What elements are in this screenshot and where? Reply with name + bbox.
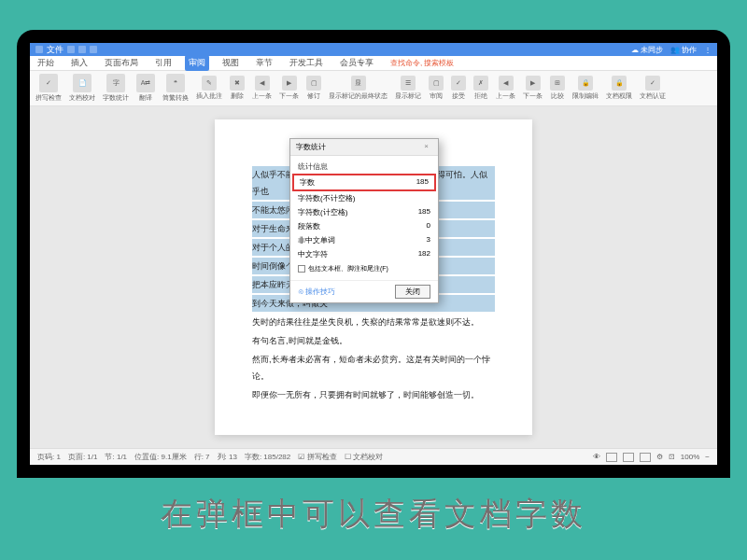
status-page-of[interactable]: 页面: 1/1 [68,452,98,462]
eye-icon[interactable]: 👁 [593,453,600,461]
tool-上一条[interactable]: ◀上一条 [252,76,272,101]
word-count-dialog: 字数统计 × 统计信息 字数185字符数(不计空格)字符数(计空格)185段落数… [289,138,439,303]
tool-label: 显示标记的最终状态 [329,91,388,101]
tool-icon: ▢ [429,76,444,91]
command-search[interactable]: 查找命令, 搜索模板 [390,58,454,68]
stat-row: 中文字符182 [290,247,438,261]
ribbon-toolbar: ✓拼写检查📄文档校对字字数统计A⇄翻译❝简繁转换✎插入批注✖删除◀上一条▶下一条… [30,71,717,106]
tool-限制编辑[interactable]: 🔒限制编辑 [572,76,599,101]
tool-label: 插入批注 [196,91,222,101]
text-line[interactable]: 有句名言,时间就是金钱。 [252,332,495,349]
tool-显示标记的最终状态[interactable]: 显显示标记的最终状态 [329,76,388,101]
tab-start[interactable]: 开始 [34,55,58,71]
save-icon[interactable] [67,46,75,53]
tool-翻译[interactable]: A⇄翻译 [136,74,155,103]
tool-label: 限制编辑 [572,91,599,101]
titlebar: 文件 ☁ 未同步 👥 协作 ⋮ [30,43,717,56]
stat-row: 字数185 [292,174,436,191]
tool-简繁转换[interactable]: ❝简繁转换 [162,74,189,103]
stat-label: 段落数 [298,221,320,231]
tool-label: 字数统计 [103,93,129,103]
tool-比较[interactable]: ⊞比较 [550,76,565,101]
tool-icon: ◀ [499,76,514,91]
tool-icon: 🔒 [578,76,593,91]
stat-value: 182 [418,249,430,259]
tool-删除[interactable]: ✖删除 [230,76,245,101]
tab-view[interactable]: 视图 [218,55,243,71]
stat-label: 字符数(不计空格) [298,193,355,203]
tool-上一条[interactable]: ◀上一条 [496,76,515,101]
tips-link[interactable]: ⊙ 操作技巧 [298,287,335,297]
tool-icon: ❝ [166,74,185,92]
text-line[interactable]: 失时的结果往往是坐失良机，失察的结果常常是欲速则不达。 [252,314,495,330]
tool-文档权限[interactable]: 🔒文档权限 [606,76,632,101]
view-mode-2-icon[interactable] [623,453,634,462]
tool-icon: ☰ [401,76,416,91]
tool-下一条[interactable]: ▶下一条 [279,76,299,101]
sync-status[interactable]: ☁ 未同步 [631,45,663,55]
redo-icon[interactable] [90,46,97,53]
checkbox-icon[interactable] [298,265,305,273]
tool-icon: ✎ [202,76,217,91]
status-words[interactable]: 字数: 185/282 [245,452,290,462]
tool-icon: A⇄ [136,74,155,92]
status-col[interactable]: 列: 13 [218,452,237,462]
tool-label: 文档认证 [640,91,666,101]
tool-接受[interactable]: ✓接受 [451,76,466,101]
view-mode-1-icon[interactable] [606,453,617,462]
tool-插入批注[interactable]: ✎插入批注 [196,76,222,101]
tab-insert[interactable]: 插入 [67,55,92,71]
share-icon[interactable]: ⋮ [704,46,712,54]
status-position[interactable]: 位置值: 9.1厘米 [134,452,187,462]
tab-layout[interactable]: 页面布局 [101,55,142,71]
zoom-out-icon[interactable]: − [705,453,710,461]
document-page[interactable]: 人似乎不能太忙碌，太忙碌了，便会觉得时光短暂得可怕。人似乎也不能太悠闲，太悠闲 … [215,119,532,435]
tool-label: 审阅 [430,91,443,101]
tool-审阅[interactable]: ▢审阅 [429,76,444,101]
close-icon[interactable]: × [420,142,432,152]
text-line[interactable]: 即便你一无所有，只要拥有时间就够了，时间能够创造一切。 [252,386,495,403]
undo-icon[interactable] [78,46,86,53]
file-menu[interactable]: 文件 [47,44,63,56]
collab-button[interactable]: 👥 协作 [670,45,697,55]
text-line[interactable]: 然而,长寿者未必富有，短命者未必贫穷。这是有关时间的一个悖论。 [252,351,495,385]
tab-reference[interactable]: 引用 [151,55,176,71]
zoom-level[interactable]: 100% [681,453,699,461]
include-checkbox-row[interactable]: 包括文本框、脚注和尾注(F) [290,261,438,276]
tool-字数统计[interactable]: 字字数统计 [103,74,129,103]
app-icon [35,46,43,53]
monitor-frame: 文件 ☁ 未同步 👥 协作 ⋮ 开始 插入 页面布局 引用 审阅 视图 章节 开… [17,30,730,478]
tool-icon: ▢ [306,76,321,91]
tool-label: 接受 [452,91,465,101]
view-mode-3-icon[interactable] [640,453,651,462]
tab-dev[interactable]: 开发工具 [286,55,327,71]
settings-icon[interactable]: ⚙ [656,453,663,461]
tool-icon: 🔒 [612,76,627,91]
ribbon-tabs: 开始 插入 页面布局 引用 审阅 视图 章节 开发工具 会员专享 查找命令, 搜… [30,56,717,71]
tool-label: 拒绝 [474,91,487,101]
tool-文档校对[interactable]: 📄文档校对 [69,74,95,103]
tab-member[interactable]: 会员专享 [336,55,377,71]
status-spellcheck[interactable]: ☑ 拼写检查 [298,452,336,462]
tool-下一条[interactable]: ▶下一条 [523,76,543,101]
dialog-titlebar: 字数统计 × [290,139,438,156]
tool-显示标记[interactable]: ☰显示标记 [395,76,421,101]
tab-review[interactable]: 审阅 [185,55,209,71]
tool-修订[interactable]: ▢修订 [306,76,321,101]
tab-chapter[interactable]: 章节 [252,55,276,71]
status-proof[interactable]: ☐ 文档校对 [345,452,383,462]
tool-拒绝[interactable]: ✗拒绝 [473,76,488,101]
tool-icon: ✗ [473,76,488,91]
tool-label: 文档权限 [606,91,632,101]
status-line[interactable]: 行: 7 [194,452,210,462]
tool-拼写检查[interactable]: ✓拼写检查 [35,74,62,103]
tool-label: 翻译 [139,93,152,103]
tool-文档认证[interactable]: ✓文档认证 [640,76,666,101]
status-page[interactable]: 页码: 1 [37,452,61,462]
close-button[interactable]: 关闭 [395,285,430,299]
stat-label: 非中文单词 [298,235,335,245]
zoom-fit-icon[interactable]: ⊡ [669,453,675,461]
tool-icon: ✓ [39,74,58,92]
tool-label: 简繁转换 [162,93,189,103]
status-section[interactable]: 节: 1/1 [105,452,127,462]
